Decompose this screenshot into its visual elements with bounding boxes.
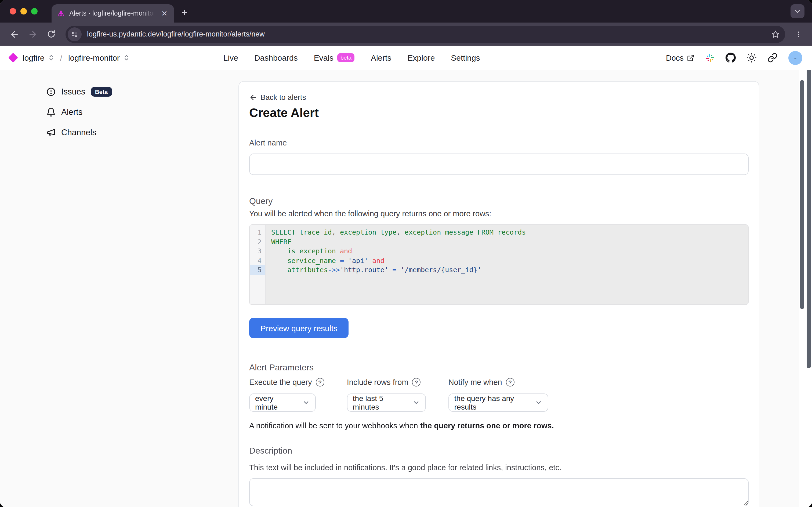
url-text[interactable]: logfire-us.pydantic.dev/logfire/logfire-… [87, 30, 766, 38]
tab-strip: Alerts · logfire/logfire-monitor ✕ + [0, 0, 812, 22]
param-label: Notify me when? [448, 378, 548, 387]
chevron-down-icon [535, 399, 542, 406]
link-icon [767, 53, 778, 63]
docs-link[interactable]: Docs [666, 53, 694, 62]
logfire-logo-icon [8, 53, 18, 63]
tab-close-icon[interactable]: ✕ [159, 9, 170, 18]
include-rows-from-select[interactable]: the last 5 minutes [347, 393, 426, 412]
code-line[interactable]: WHERE [271, 237, 748, 246]
query-heading: Query [249, 196, 749, 206]
nav-label: Settings [451, 53, 480, 62]
slack-link[interactable] [705, 53, 715, 62]
execute-the-query-select[interactable]: every minute [249, 393, 316, 412]
project-selector[interactable]: logfire-monitor [68, 53, 120, 62]
preview-query-results-button[interactable]: Preview query results [249, 318, 349, 338]
github-icon [725, 53, 736, 63]
nav-alerts[interactable]: Alerts [371, 53, 391, 62]
param-label: Execute the query? [249, 378, 324, 387]
webhook-note-prefix: A notification will be sent to your webh… [249, 421, 420, 430]
share-link-button[interactable] [767, 53, 778, 63]
sidebar-item-label: Alerts [61, 107, 83, 117]
panel-scrollbar-thumb[interactable] [800, 80, 804, 309]
new-tab-button[interactable]: + [181, 7, 187, 19]
nav-label: Alerts [371, 53, 391, 62]
editor-code[interactable]: SELECT trace_id, exception_type, excepti… [266, 225, 748, 304]
project-selector-chevrons-icon[interactable] [123, 54, 129, 61]
star-icon [771, 30, 780, 38]
sql-query-editor[interactable]: 12345 SELECT trace_id, exception_type, e… [249, 224, 749, 305]
sidebar-item-channels[interactable]: Channels [46, 126, 112, 139]
param-label-text: Execute the query [249, 378, 312, 387]
line-number: 3 [250, 246, 265, 256]
minimize-window-button[interactable] [20, 8, 27, 14]
window-controls[interactable] [10, 8, 38, 14]
code-line[interactable]: is_exception and [271, 246, 748, 256]
app-header: logfire / logfire-monitor LiveDashboards… [0, 46, 812, 70]
code-line[interactable]: SELECT trace_id, exception_type, excepti… [271, 228, 748, 237]
browser-menu-button[interactable] [792, 27, 806, 41]
line-number: 4 [250, 256, 265, 265]
external-link-icon [687, 54, 694, 61]
back-arrow-icon [249, 93, 257, 101]
query-subtitle: You will be alerted when the following q… [249, 209, 749, 218]
param-label-text: Notify me when [448, 378, 502, 387]
create-alert-card: Back to alerts Create Alert Alert name Q… [238, 81, 759, 507]
nav-dashboards[interactable]: Dashboards [254, 53, 298, 62]
docs-label: Docs [666, 53, 684, 62]
tab-search-button[interactable] [791, 4, 805, 18]
megaphone-icon [46, 128, 56, 137]
help-icon[interactable]: ? [506, 378, 515, 387]
browser-window: Alerts · logfire/logfire-monitor ✕ + log… [0, 0, 812, 507]
select-value: the last 5 minutes [353, 394, 408, 411]
alert-parameters-heading: Alert Parameters [249, 363, 749, 373]
reload-icon [47, 30, 56, 39]
back-to-alerts-link[interactable]: Back to alerts [249, 93, 749, 102]
sidebar-item-issues[interactable]: IssuesBeta [46, 86, 112, 98]
sidebar-item-label: Channels [61, 128, 96, 137]
description-textarea[interactable] [249, 478, 749, 506]
sun-icon [747, 53, 757, 63]
alert-name-label: Alert name [249, 138, 749, 147]
param-notify-me-when: Notify me when?the query has any results [448, 378, 548, 412]
alert-name-input[interactable] [249, 154, 749, 175]
line-number: 1 [250, 228, 265, 237]
param-label: Include rows from? [347, 378, 426, 387]
close-window-button[interactable] [10, 8, 16, 14]
alert-parameters-row: Execute the query?every minuteInclude ro… [249, 378, 749, 412]
code-line[interactable]: attributes->>'http.route' = '/members/{u… [271, 265, 748, 275]
user-avatar[interactable]: - [789, 51, 802, 65]
page-scrollbar-thumb[interactable] [807, 70, 811, 368]
theme-toggle[interactable] [747, 53, 757, 63]
forward-button[interactable] [25, 26, 41, 42]
help-icon[interactable]: ? [412, 378, 421, 387]
site-settings-button[interactable] [68, 27, 82, 41]
org-selector[interactable]: logfire [22, 53, 45, 62]
scrollbar-track [799, 70, 812, 507]
back-button[interactable] [6, 26, 22, 42]
page-title: Create Alert [249, 106, 749, 120]
sidebar-item-alerts[interactable]: Alerts [46, 106, 112, 119]
nav-explore[interactable]: Explore [408, 53, 435, 62]
chevron-down-icon [413, 399, 420, 406]
reload-button[interactable] [43, 26, 59, 42]
nav-live[interactable]: Live [223, 53, 238, 62]
tab-title: Alerts · logfire/logfire-monitor [69, 10, 155, 17]
zoom-window-button[interactable] [31, 8, 38, 14]
bookmark-star-button[interactable] [771, 30, 780, 38]
notify-me-when-select[interactable]: the query has any results [448, 393, 548, 412]
alerts-sidebar: IssuesBetaAlertsChannels [46, 86, 112, 139]
select-value: the query has any results [454, 394, 531, 411]
code-line[interactable]: service_name = 'api' and [271, 256, 748, 265]
bell-icon [46, 107, 56, 117]
nav-settings[interactable]: Settings [451, 53, 480, 62]
breadcrumb-separator: / [60, 53, 62, 62]
help-icon[interactable]: ? [316, 378, 324, 387]
slack-icon [705, 53, 715, 62]
github-link[interactable] [725, 53, 736, 63]
browser-tab[interactable]: Alerts · logfire/logfire-monitor ✕ [52, 4, 174, 22]
org-selector-chevrons-icon[interactable] [48, 54, 54, 61]
url-bar[interactable]: logfire-us.pydantic.dev/logfire/logfire-… [65, 25, 785, 43]
nav-evals[interactable]: Evalsbeta [314, 53, 355, 62]
evals-beta-badge: beta [337, 53, 355, 62]
select-value: every minute [255, 394, 298, 411]
